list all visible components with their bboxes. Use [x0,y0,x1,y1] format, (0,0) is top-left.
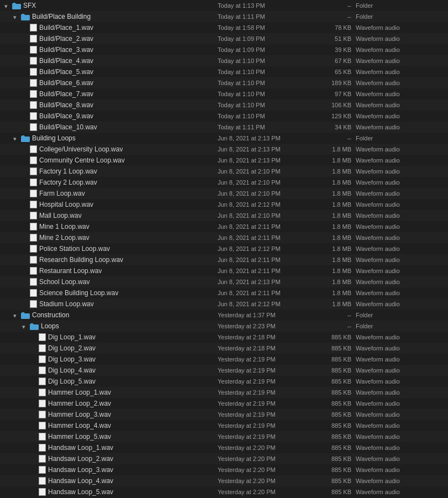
file-row[interactable]: Build/Place_8.wavToday at 1:10 PM106 KBW… [0,99,448,111]
folder-row[interactable]: Building LoopsJun 8, 2021 at 2:13 PM--Fo… [0,133,448,144]
file-row[interactable]: Build/Place_5.wavToday at 1:10 PM65 KBWa… [0,66,448,77]
file-icon [39,488,46,496]
file-row[interactable]: Dig Loop_2.wavYesterday at 2:18 PM885 KB… [0,343,448,354]
folder-icon [21,13,30,20]
file-row[interactable]: Mine 1 Loop.wavJun 8, 2021 at 2:11 PM1.8… [0,221,448,232]
file-row[interactable]: Mine 2 Loop.wavJun 8, 2021 at 2:11 PM1.8… [0,232,448,243]
file-row[interactable]: Farm Loop.wavJun 8, 2021 at 2:10 PM1.8 M… [0,188,448,199]
row-name-cell: Handsaw Loop_4.wav [2,477,218,485]
row-name-cell: Farm Loop.wav [2,190,218,197]
chevron-down-icon[interactable] [4,2,11,9]
file-row[interactable]: Build/Place_3.wavToday at 1:09 PM39 KBWa… [0,44,448,55]
file-row[interactable]: Hammer Loop_2.wavYesterday at 2:19 PM885… [0,398,448,409]
file-icon [39,366,46,374]
file-row[interactable]: Handsaw Loop_2.wavYesterday at 2:20 PM88… [0,453,448,464]
file-row[interactable]: Dig Loop_1.wavYesterday at 2:18 PM885 KB… [0,332,448,343]
file-row[interactable]: Build/Place_2.wavToday at 1:09 PM51 KBWa… [0,33,448,44]
row-name-cell: Stadium Loop.wav [2,300,218,308]
folder-row[interactable]: SFXToday at 1:13 PM--Folder [0,0,448,11]
folder-row[interactable]: LoopsYesterday at 2:23 PM--Folder [0,321,448,332]
row-size: -- [317,13,356,20]
file-row[interactable]: Build/Place_7.wavToday at 1:10 PM97 KBWa… [0,88,448,99]
row-kind: Waveform audio [356,268,446,274]
file-row[interactable]: School Loop.wavJun 8, 2021 at 2:13 PM1.8… [0,276,448,287]
row-name-cell: Restaurant Loop.wav [2,267,218,275]
row-kind: Waveform audio [356,223,446,230]
file-row[interactable]: Hospital Loop.wavJun 8, 2021 at 2:12 PM1… [0,199,448,210]
item-name: Handsaw Loop_4.wav [48,477,113,485]
file-row[interactable]: Hammer Loop_3.wavYesterday at 2:19 PM885… [0,409,448,420]
row-size: 885 KB [317,345,356,352]
file-row[interactable]: Dig Loop_4.wavYesterday at 2:19 PM885 KB… [0,365,448,376]
item-name: Factory 1 Loop.wav [39,167,97,175]
file-row[interactable]: Factory 1 Loop.wavJun 8, 2021 at 2:10 PM… [0,166,448,177]
row-kind: Waveform audio [356,157,446,164]
row-date: Today at 1:10 PM [218,69,317,75]
item-name: Dig Loop_3.wav [48,355,96,363]
file-row[interactable]: Hammer Loop_5.wavYesterday at 2:19 PM885… [0,431,448,442]
row-size: 1.8 MB [317,256,356,263]
folder-row[interactable]: ConstructionYesterday at 1:37 PM--Folder [0,310,448,321]
file-row[interactable]: College/University Loop.wavJun 8, 2021 a… [0,144,448,155]
row-date: Jun 8, 2021 at 2:11 PM [218,268,317,274]
row-date: Yesterday at 2:18 PM [218,334,317,340]
file-row[interactable]: Build/Place_9.wavToday at 1:10 PM129 KBW… [0,111,448,122]
row-date: Yesterday at 2:19 PM [218,433,317,440]
row-name-cell: Build/Place_2.wav [2,35,218,43]
folder-icon [21,312,30,319]
row-kind: Folder [356,135,446,141]
file-row[interactable]: Handsaw Loop_1.wavYesterday at 2:20 PM88… [0,442,448,453]
file-row[interactable]: Stadium Loop.wavJun 8, 2021 at 2:12 PM1.… [0,298,448,310]
row-kind: Waveform audio [356,422,446,429]
file-row[interactable]: Restaurant Loop.wavJun 8, 2021 at 2:11 P… [0,265,448,276]
row-size: 51 KB [317,35,356,42]
row-size: 885 KB [317,466,356,473]
row-size: 885 KB [317,334,356,340]
row-date: Today at 1:10 PM [218,80,317,86]
file-row[interactable]: Build/Place_10.wavToday at 1:11 PM34 KBW… [0,122,448,133]
chevron-down-icon[interactable] [22,323,29,329]
row-name-cell: Build/Place_10.wav [2,123,218,131]
file-row[interactable]: Handsaw Loop_3.wavYesterday at 2:20 PM88… [0,464,448,475]
row-size: 885 KB [317,389,356,396]
chevron-down-icon[interactable] [13,312,20,318]
file-icon [30,212,37,219]
chevron-down-icon[interactable] [13,135,20,141]
row-kind: Waveform audio [356,80,446,86]
file-row[interactable]: Build/Place_4.wavToday at 1:10 PM67 KBWa… [0,55,448,66]
row-date: Jun 8, 2021 at 2:11 PM [218,256,317,263]
file-icon [30,79,37,87]
file-icon [30,90,37,98]
row-name-cell: Hammer Loop_2.wav [2,400,218,407]
file-row[interactable]: Dig Loop_5.wavYesterday at 2:19 PM885 KB… [0,376,448,387]
row-name-cell: Build/Place_5.wav [2,68,218,76]
item-name: Build/Place_8.wav [39,101,93,109]
file-row[interactable]: Dig Loop_3.wavYesterday at 2:19 PM885 KB… [0,354,448,365]
file-row[interactable]: Build/Place_6.wavToday at 1:10 PM189 KBW… [0,77,448,88]
item-name: Factory 2 Loop.wav [39,179,97,186]
file-row[interactable]: Build/Place_1.wavToday at 1:58 PM78 KBWa… [0,22,448,33]
chevron-down-icon[interactable] [13,13,20,20]
file-row[interactable]: Mall Loop.wavJun 8, 2021 at 2:10 PM1.8 M… [0,210,448,221]
folder-row[interactable]: Build/Place BuildingToday at 1:11 PM--Fo… [0,11,448,22]
file-row[interactable]: Hammer Loop_1.wavYesterday at 2:19 PM885… [0,387,448,398]
file-row[interactable]: Community Centre Loop.wavJun 8, 2021 at … [0,155,448,166]
file-row[interactable]: Handsaw Loop_5.wavYesterday at 2:20 PM88… [0,486,448,497]
row-size: 189 KB [317,80,356,86]
file-row[interactable]: Research Building Loop.wavJun 8, 2021 at… [0,254,448,265]
row-kind: Waveform audio [356,113,446,119]
row-name-cell: Hammer Loop_5.wav [2,433,218,441]
file-icon [30,300,37,308]
file-row[interactable]: Handsaw Loop_4.wavYesterday at 2:20 PM88… [0,475,448,486]
file-row[interactable]: Police Station Loop.wavJun 8, 2021 at 2:… [0,243,448,254]
file-row[interactable]: Factory 2 Loop.wavJun 8, 2021 at 2:10 PM… [0,177,448,188]
row-size: 885 KB [317,478,356,484]
row-kind: Folder [356,13,446,20]
row-date: Yesterday at 2:18 PM [218,345,317,352]
row-date: Yesterday at 2:20 PM [218,489,317,495]
file-icon [30,24,37,32]
file-row[interactable]: Science Building Loop.wavJun 8, 2021 at … [0,287,448,298]
row-size: 1.8 MB [317,212,356,219]
file-row[interactable]: Hammer Loop_4.wavYesterday at 2:19 PM885… [0,420,448,431]
row-size: 1.8 MB [317,268,356,274]
